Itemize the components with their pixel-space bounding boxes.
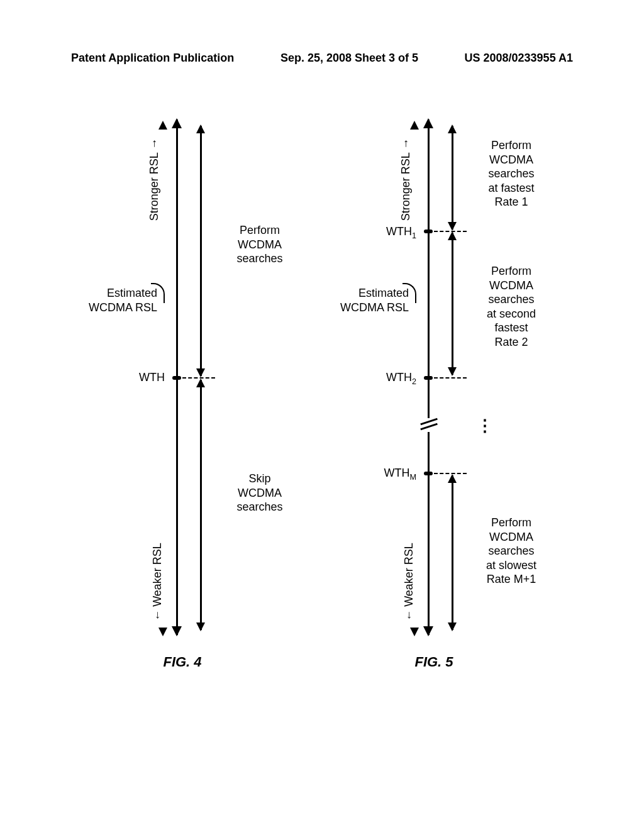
- threshold-label-wth1: WTH1: [386, 225, 416, 240]
- range-text-skip: Skip WCDMA searches: [213, 472, 307, 514]
- range-arrow-top: [200, 126, 202, 376]
- threshold-dash-2: [434, 377, 467, 379]
- weaker-rsl-label: ← Weaker RSL: [402, 543, 416, 621]
- figure-5: Stronger RSL → ← Weaker RSL Estimated WC…: [327, 113, 579, 711]
- rsl-arrow-up-icon: [158, 121, 167, 130]
- callout-curve-icon: [151, 283, 165, 303]
- range-text-rate1: Perform WCDMA searches at fastest Rate 1: [464, 138, 558, 209]
- threshold-label-wthm: WTHM: [384, 467, 416, 482]
- stronger-rsl-label: Stronger RSL →: [399, 138, 413, 221]
- range-arrow-2: [452, 233, 453, 375]
- rsl-arrow-down-icon: [410, 628, 419, 636]
- rsl-arrow-up-icon: [410, 121, 419, 130]
- estimated-wcdma-rsl-label: Estimated WCDMA RSL: [69, 286, 157, 314]
- rsl-arrow-down-icon: [158, 628, 167, 636]
- page-header: Patent Application Publication Sep. 25, …: [71, 52, 573, 65]
- threshold-tick: [172, 376, 181, 380]
- axis-break-icon: [420, 419, 438, 429]
- figure-5-caption: FIG. 5: [327, 654, 541, 670]
- header-left: Patent Application Publication: [71, 52, 234, 65]
- diagram-area: Stronger RSL → ← Weaker RSL Estimated WC…: [0, 113, 644, 742]
- range-text-ratem: Perform WCDMA searches at slowest Rate M…: [464, 516, 558, 587]
- threshold-label-wth2: WTH2: [386, 371, 416, 386]
- range-arrow-bottom: [200, 380, 202, 630]
- threshold-tick-m: [424, 472, 433, 475]
- header-right: US 2008/0233955 A1: [465, 52, 573, 65]
- ellipsis-icon: ⋮: [477, 416, 494, 436]
- figure-4-caption: FIG. 4: [75, 654, 289, 670]
- weaker-rsl-label: ← Weaker RSL: [151, 543, 164, 621]
- stronger-rsl-label: Stronger RSL →: [148, 138, 161, 221]
- header-center: Sep. 25, 2008 Sheet 3 of 5: [280, 52, 418, 65]
- estimated-wcdma-rsl-label: Estimated WCDMA RSL: [321, 286, 409, 314]
- threshold-label-wth: WTH: [139, 371, 165, 384]
- callout-curve-icon: [402, 283, 416, 303]
- figure-4: Stronger RSL → ← Weaker RSL Estimated WC…: [75, 113, 327, 711]
- range-arrow-1: [452, 126, 453, 230]
- range-text-perform: Perform WCDMA searches: [213, 223, 307, 266]
- threshold-tick-1: [424, 230, 433, 233]
- range-text-rate2: Perform WCDMA searches at second fastest…: [464, 264, 558, 349]
- range-arrow-m: [452, 475, 453, 630]
- threshold-tick-2: [424, 376, 433, 380]
